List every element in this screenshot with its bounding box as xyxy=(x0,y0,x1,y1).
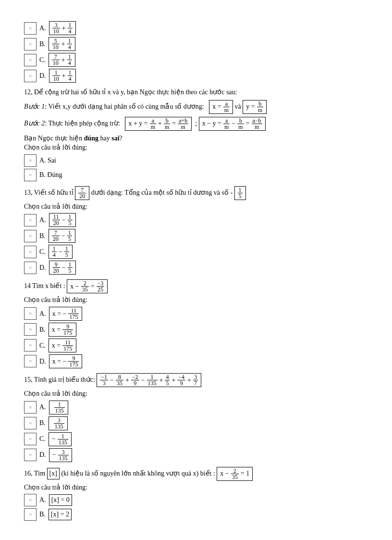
radio-q15d[interactable]: ○ xyxy=(24,449,37,461)
q12-step1: Bước 1: Viết x,y dưới dạng hai phân số c… xyxy=(24,100,368,114)
q15-expr: −13 − 835 + −29 − 1135 + 45 + −49 + 37 xyxy=(97,373,201,387)
radio-q15a[interactable]: ○ xyxy=(24,401,37,414)
q11-option-c: ○ C. 710 + 14 xyxy=(24,53,368,67)
q15-text: 15, Tính giá trị biểu thức: −13 − 835 + … xyxy=(24,373,368,387)
eq-y: y = bm xyxy=(243,100,267,114)
q16-choose: Chọn câu trả lời đúng: xyxy=(24,483,368,492)
q14-choose: Chọn câu trả lời đúng: xyxy=(24,295,368,305)
q12-ask: Bạn Ngọc thực hiện đúng hay sai? xyxy=(24,134,368,143)
q13-text: 13, Viết số hữu tỉ 720 dưới dạng: Tổng c… xyxy=(24,186,368,200)
radio-q11c[interactable]: ○ xyxy=(24,54,37,66)
q14-options: ○A. x = − 11175 ○B. x = 9175 ○C. x = 111… xyxy=(24,307,368,368)
q13-choose: Chọn câu trả lời đúng: xyxy=(24,202,368,212)
q15-options: ○A. 1135 ○B. 3135 ○C. −1135 ○D. −3135 xyxy=(24,401,368,462)
eq-x: x = am xyxy=(209,100,233,114)
q12-option-a: ○ A. Sai xyxy=(24,154,368,167)
radio-q11d[interactable]: ○ xyxy=(24,70,37,82)
expr-q11a: 310 + 14 xyxy=(49,21,76,35)
radio-q11a[interactable]: ○ xyxy=(24,22,37,35)
q11-option-b: ○ B. 510 + 14 xyxy=(24,37,368,51)
radio-q15c[interactable]: ○ xyxy=(24,433,37,445)
q16-text: 16, Tìm [x] (kí hiệu là số nguyên lớn nh… xyxy=(24,467,368,481)
q11-option-d: ○ D. 110 + 14 xyxy=(24,69,368,83)
radio-q14d[interactable]: ○ xyxy=(24,355,37,367)
radio-q13d[interactable]: ○ xyxy=(24,262,37,274)
radio-q15b[interactable]: ○ xyxy=(24,417,37,429)
eq-diff: x − y = am − bm = a−bm xyxy=(199,117,266,131)
q12-option-b: ○ B. Đúng xyxy=(24,169,368,181)
label-a: A. xyxy=(39,24,46,33)
radio-q16a[interactable]: ○ xyxy=(24,494,37,506)
radio-q14c[interactable]: ○ xyxy=(24,339,37,352)
q11-options: ○ A. 310 + 14 ○ B. 510 + 14 ○ C. 710 + 1… xyxy=(24,21,368,83)
q15-choose: Chọn câu trả lời đúng: xyxy=(24,389,368,399)
q12-intro: 12, Để cộng trừ hai số hữu tỉ x và y, bạ… xyxy=(24,88,368,97)
q12-choose: Chọn câu trả lời đúng: xyxy=(24,143,368,152)
radio-q13b[interactable]: ○ xyxy=(24,230,37,242)
radio-q12a[interactable]: ○ xyxy=(24,154,37,167)
radio-q13a[interactable]: ○ xyxy=(24,214,37,226)
radio-q14b[interactable]: ○ xyxy=(24,323,37,336)
q12-step2: Bước 2: Thực hiện phép cộng trừ: x + y =… xyxy=(24,117,368,131)
radio-q14a[interactable]: ○ xyxy=(24,307,37,320)
q13-options: ○A. 1120 − 15 ○B. 720 − 15 ○C. 14 − 15 ○… xyxy=(24,213,368,275)
q11-option-a: ○ A. 310 + 14 xyxy=(24,21,368,35)
q16-options: ○A. [x] = 0 ○B. [x] = 2 xyxy=(24,494,368,521)
radio-q16b[interactable]: ○ xyxy=(24,508,37,521)
radio-q13c[interactable]: ○ xyxy=(24,246,37,258)
eq-sum: x + y = am + bm = a+bm xyxy=(125,117,192,131)
q14-text: 14 Tìm x biết : x − 235 = −325 xyxy=(24,279,368,293)
radio-q12b[interactable]: ○ xyxy=(24,169,37,181)
radio-q11b[interactable]: ○ xyxy=(24,38,37,50)
